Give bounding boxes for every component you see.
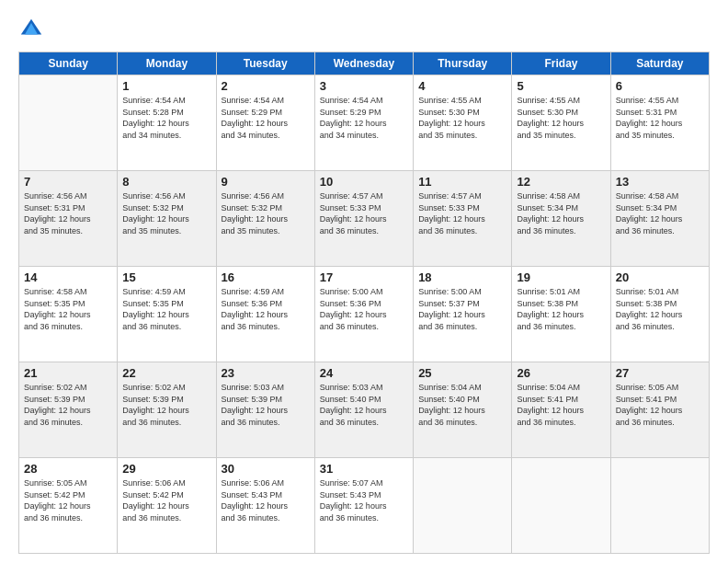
day-info: Sunrise: 5:00 AM Sunset: 5:37 PM Dayligh… [418, 286, 506, 332]
day-cell: 6Sunrise: 4:55 AM Sunset: 5:31 PM Daylig… [610, 75, 709, 171]
day-info: Sunrise: 4:54 AM Sunset: 5:28 PM Dayligh… [122, 95, 210, 141]
day-number: 4 [418, 79, 506, 93]
day-cell [610, 458, 709, 554]
day-number: 18 [418, 270, 506, 284]
day-number: 12 [517, 175, 605, 189]
day-cell: 2Sunrise: 4:54 AM Sunset: 5:29 PM Daylig… [216, 75, 314, 171]
weekday-header-wednesday: Wednesday [314, 52, 413, 75]
day-info: Sunrise: 4:58 AM Sunset: 5:34 PM Dayligh… [616, 190, 704, 236]
day-info: Sunrise: 4:58 AM Sunset: 5:34 PM Dayligh… [517, 190, 605, 236]
day-info: Sunrise: 4:59 AM Sunset: 5:36 PM Dayligh… [222, 286, 310, 332]
day-number: 26 [517, 366, 605, 380]
logo [18, 17, 48, 42]
day-cell: 21Sunrise: 5:02 AM Sunset: 5:39 PM Dayli… [19, 362, 118, 458]
day-number: 19 [517, 270, 605, 284]
day-number: 14 [24, 270, 112, 284]
day-info: Sunrise: 5:01 AM Sunset: 5:38 PM Dayligh… [616, 286, 704, 332]
week-row-5: 28Sunrise: 5:05 AM Sunset: 5:42 PM Dayli… [19, 458, 710, 554]
day-cell: 29Sunrise: 5:06 AM Sunset: 5:42 PM Dayli… [118, 458, 216, 554]
day-cell: 16Sunrise: 4:59 AM Sunset: 5:36 PM Dayli… [216, 267, 314, 362]
day-number: 25 [418, 366, 506, 380]
day-cell: 12Sunrise: 4:58 AM Sunset: 5:34 PM Dayli… [512, 171, 610, 267]
day-number: 2 [222, 79, 310, 93]
weekday-header-friday: Friday [512, 52, 610, 75]
day-info: Sunrise: 5:00 AM Sunset: 5:36 PM Dayligh… [320, 286, 408, 332]
day-cell: 15Sunrise: 4:59 AM Sunset: 5:35 PM Dayli… [118, 267, 216, 362]
day-info: Sunrise: 4:56 AM Sunset: 5:32 PM Dayligh… [222, 190, 310, 236]
day-number: 31 [320, 462, 408, 476]
day-number: 15 [122, 270, 210, 284]
day-info: Sunrise: 5:05 AM Sunset: 5:41 PM Dayligh… [616, 382, 704, 428]
day-info: Sunrise: 4:57 AM Sunset: 5:33 PM Dayligh… [320, 190, 408, 236]
day-cell: 9Sunrise: 4:56 AM Sunset: 5:32 PM Daylig… [216, 171, 314, 267]
day-number: 24 [320, 366, 408, 380]
day-cell: 24Sunrise: 5:03 AM Sunset: 5:40 PM Dayli… [314, 362, 413, 458]
day-info: Sunrise: 4:59 AM Sunset: 5:35 PM Dayligh… [122, 286, 210, 332]
day-info: Sunrise: 4:58 AM Sunset: 5:35 PM Dayligh… [24, 286, 112, 332]
day-info: Sunrise: 4:55 AM Sunset: 5:30 PM Dayligh… [418, 95, 506, 141]
day-number: 22 [122, 366, 210, 380]
day-number: 10 [320, 175, 408, 189]
day-cell: 18Sunrise: 5:00 AM Sunset: 5:37 PM Dayli… [414, 267, 512, 362]
header [18, 17, 710, 42]
day-info: Sunrise: 4:56 AM Sunset: 5:32 PM Dayligh… [122, 190, 210, 236]
day-info: Sunrise: 4:54 AM Sunset: 5:29 PM Dayligh… [320, 95, 408, 141]
day-number: 11 [418, 175, 506, 189]
day-cell: 8Sunrise: 4:56 AM Sunset: 5:32 PM Daylig… [118, 171, 216, 267]
day-info: Sunrise: 4:55 AM Sunset: 5:31 PM Dayligh… [616, 95, 704, 141]
day-cell: 28Sunrise: 5:05 AM Sunset: 5:42 PM Dayli… [19, 458, 118, 554]
logo-icon [18, 17, 44, 42]
day-cell [512, 458, 610, 554]
page: SundayMondayTuesdayWednesdayThursdayFrid… [0, 0, 728, 563]
day-number: 29 [122, 462, 210, 476]
day-cell: 4Sunrise: 4:55 AM Sunset: 5:30 PM Daylig… [414, 75, 512, 171]
day-cell: 22Sunrise: 5:02 AM Sunset: 5:39 PM Dayli… [118, 362, 216, 458]
day-cell: 19Sunrise: 5:01 AM Sunset: 5:38 PM Dayli… [512, 267, 610, 362]
day-cell: 26Sunrise: 5:04 AM Sunset: 5:41 PM Dayli… [512, 362, 610, 458]
day-cell: 20Sunrise: 5:01 AM Sunset: 5:38 PM Dayli… [610, 267, 709, 362]
day-info: Sunrise: 4:55 AM Sunset: 5:30 PM Dayligh… [517, 95, 605, 141]
day-cell: 14Sunrise: 4:58 AM Sunset: 5:35 PM Dayli… [19, 267, 118, 362]
weekday-header-saturday: Saturday [610, 52, 709, 75]
day-cell: 11Sunrise: 4:57 AM Sunset: 5:33 PM Dayli… [414, 171, 512, 267]
day-number: 8 [122, 175, 210, 189]
day-cell: 23Sunrise: 5:03 AM Sunset: 5:39 PM Dayli… [216, 362, 314, 458]
day-cell: 13Sunrise: 4:58 AM Sunset: 5:34 PM Dayli… [610, 171, 709, 267]
day-number: 30 [222, 462, 310, 476]
day-info: Sunrise: 5:06 AM Sunset: 5:43 PM Dayligh… [222, 477, 310, 523]
day-info: Sunrise: 5:05 AM Sunset: 5:42 PM Dayligh… [24, 477, 112, 523]
day-cell: 5Sunrise: 4:55 AM Sunset: 5:30 PM Daylig… [512, 75, 610, 171]
day-cell: 31Sunrise: 5:07 AM Sunset: 5:43 PM Dayli… [314, 458, 413, 554]
day-info: Sunrise: 4:54 AM Sunset: 5:29 PM Dayligh… [222, 95, 310, 141]
day-number: 27 [616, 366, 704, 380]
day-cell: 25Sunrise: 5:04 AM Sunset: 5:40 PM Dayli… [414, 362, 512, 458]
day-cell [414, 458, 512, 554]
day-number: 17 [320, 270, 408, 284]
day-number: 5 [517, 79, 605, 93]
day-cell: 3Sunrise: 4:54 AM Sunset: 5:29 PM Daylig… [314, 75, 413, 171]
day-number: 1 [122, 79, 210, 93]
weekday-header-sunday: Sunday [19, 52, 118, 75]
day-number: 6 [616, 79, 704, 93]
day-number: 7 [24, 175, 112, 189]
weekday-header-row: SundayMondayTuesdayWednesdayThursdayFrid… [19, 52, 710, 75]
weekday-header-monday: Monday [118, 52, 216, 75]
day-info: Sunrise: 5:03 AM Sunset: 5:40 PM Dayligh… [320, 382, 408, 428]
day-number: 23 [222, 366, 310, 380]
day-number: 28 [24, 462, 112, 476]
day-info: Sunrise: 4:57 AM Sunset: 5:33 PM Dayligh… [418, 190, 506, 236]
week-row-4: 21Sunrise: 5:02 AM Sunset: 5:39 PM Dayli… [19, 362, 710, 458]
day-info: Sunrise: 5:07 AM Sunset: 5:43 PM Dayligh… [320, 477, 408, 523]
day-cell: 27Sunrise: 5:05 AM Sunset: 5:41 PM Dayli… [610, 362, 709, 458]
day-info: Sunrise: 5:02 AM Sunset: 5:39 PM Dayligh… [24, 382, 112, 428]
weekday-header-tuesday: Tuesday [216, 52, 314, 75]
day-cell [19, 75, 118, 171]
week-row-1: 1Sunrise: 4:54 AM Sunset: 5:28 PM Daylig… [19, 75, 710, 171]
day-number: 16 [222, 270, 310, 284]
week-row-2: 7Sunrise: 4:56 AM Sunset: 5:31 PM Daylig… [19, 171, 710, 267]
day-number: 20 [616, 270, 704, 284]
day-number: 9 [222, 175, 310, 189]
week-row-3: 14Sunrise: 4:58 AM Sunset: 5:35 PM Dayli… [19, 267, 710, 362]
day-cell: 7Sunrise: 4:56 AM Sunset: 5:31 PM Daylig… [19, 171, 118, 267]
day-cell: 17Sunrise: 5:00 AM Sunset: 5:36 PM Dayli… [314, 267, 413, 362]
